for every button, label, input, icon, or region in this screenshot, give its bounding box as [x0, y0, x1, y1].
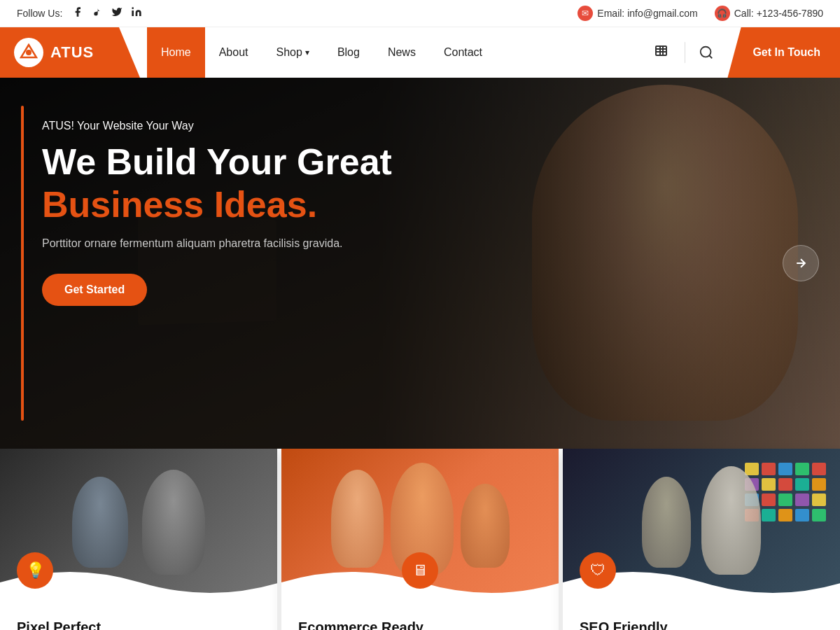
topbar-left: Follow Us: — [17, 6, 142, 20]
svg-line-9 — [710, 55, 713, 58]
topbar-right: ✉ Email: info@gmail.com 🎧 Call: +123-456… — [578, 6, 823, 21]
card2-title: Ecommerce Ready — [298, 620, 542, 630]
nav-home[interactable]: Home — [147, 27, 205, 78]
nav-news[interactable]: News — [374, 27, 430, 78]
card1-title: Pixel Perfect — [17, 620, 260, 630]
email-icon: ✉ — [578, 6, 593, 21]
nav-shop[interactable]: Shop ▾ — [262, 27, 323, 78]
hero-next-arrow[interactable] — [783, 245, 819, 281]
hero-description: Porttitor ornare fermentum aliquam phare… — [42, 237, 392, 250]
twitter-icon[interactable] — [111, 6, 122, 20]
nav-icons — [643, 38, 727, 66]
svg-point-8 — [701, 47, 711, 57]
card-ecommerce: 🖥 Ecommerce Ready There are many lorem i… — [281, 449, 559, 630]
get-in-touch-button[interactable]: Get In Touch — [727, 27, 840, 78]
linkedin-icon[interactable] — [131, 6, 142, 20]
hero-section: ATUS! Your Website Your Way We Build You… — [0, 78, 840, 449]
hero-title-line2: Business Ideas. — [42, 185, 392, 225]
card3-image: 🛡 — [563, 449, 840, 603]
hero-subtitle-rest: Your Website Your Way — [74, 120, 194, 132]
hero-brand-accent: ATUS! — [42, 120, 74, 132]
phone-text: Call: +123-456-7890 — [734, 8, 823, 19]
card1-icon-badge: 💡 — [17, 552, 53, 589]
cards-section: 💡 Pixel Perfect There are many lorem ips… — [0, 449, 840, 630]
email-text: Email: info@gmail.com — [597, 8, 697, 19]
email-contact: ✉ Email: info@gmail.com — [578, 6, 697, 21]
topbar: Follow Us: ✉ Email: info@gmail.com 🎧 Cal… — [0, 0, 840, 27]
card-seo: 🛡 SEO Friendly There are many lorem ipsu… — [563, 449, 840, 630]
card2-icon-badge: 🖥 — [402, 552, 438, 589]
hero-subtitle: ATUS! Your Website Your Way — [42, 120, 392, 132]
logo-icon — [14, 38, 43, 67]
shop-chevron-icon: ▾ — [305, 48, 309, 57]
nav-divider — [685, 42, 685, 63]
get-started-button[interactable]: Get Started — [42, 274, 147, 306]
card2-body: Ecommerce Ready There are many lorem ips… — [281, 603, 559, 630]
card2-image: 🖥 — [281, 449, 559, 603]
phone-contact: 🎧 Call: +123-456-7890 — [715, 6, 823, 21]
card-pixel-perfect: 💡 Pixel Perfect There are many lorem ips… — [0, 449, 277, 630]
phone-icon: 🎧 — [715, 6, 730, 21]
nav-contact[interactable]: Contact — [430, 27, 496, 78]
card1-image: 💡 — [0, 449, 277, 603]
svg-point-0 — [132, 7, 134, 9]
card3-body: SEO Friendly There are many lorem ipsum. — [563, 603, 840, 630]
hero-title-line1: We Build Your Great — [42, 142, 392, 182]
logo-area[interactable]: ATUS — [0, 27, 140, 78]
svg-point-2 — [26, 50, 31, 55]
nav-about[interactable]: About — [205, 27, 262, 78]
tiktok-icon[interactable] — [92, 6, 103, 20]
search-icon[interactable] — [692, 38, 720, 66]
follow-label: Follow Us: — [17, 8, 62, 19]
navbar: ATUS Home About Shop ▾ Blog News Contact — [0, 27, 840, 78]
nav-blog[interactable]: Blog — [323, 27, 374, 78]
svg-rect-3 — [656, 46, 666, 55]
facebook-icon[interactable] — [72, 6, 83, 20]
cart-icon[interactable] — [650, 38, 678, 66]
hero-accent-bar — [21, 106, 24, 421]
card1-body: Pixel Perfect There are many lorem ipsum… — [0, 603, 277, 630]
nav-links: Home About Shop ▾ Blog News Contact — [140, 27, 643, 78]
social-icons — [72, 6, 142, 20]
card3-title: SEO Friendly — [580, 620, 823, 630]
brand-name: ATUS — [50, 43, 94, 62]
hero-content: ATUS! Your Website Your Way We Build You… — [42, 120, 392, 306]
card3-icon-badge: 🛡 — [580, 552, 616, 589]
